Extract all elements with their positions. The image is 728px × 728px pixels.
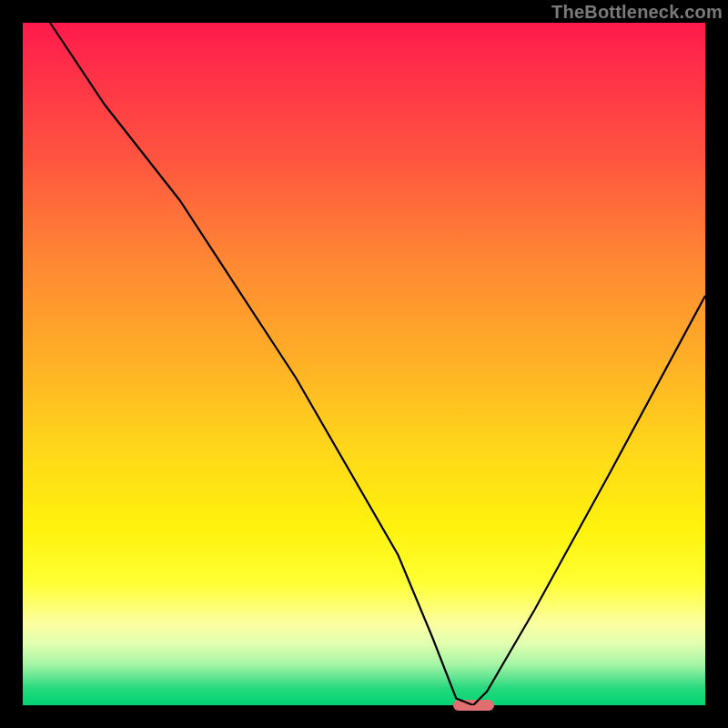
watermark-label: TheBottleneck.com (551, 2, 723, 23)
chart-plot-area (23, 23, 705, 705)
bottleneck-curve (23, 23, 705, 705)
